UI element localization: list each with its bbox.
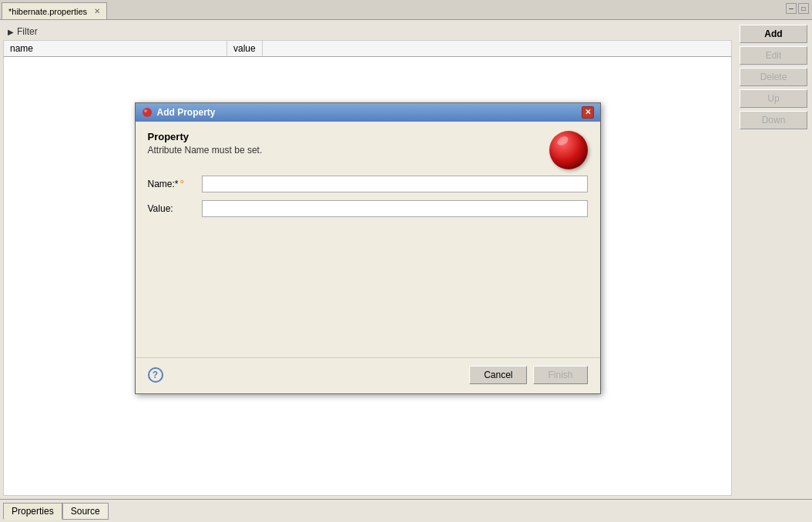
dialog-property-title: Property: [148, 131, 263, 142]
maximize-button[interactable]: □: [798, 3, 809, 14]
dialog-property-info: Property Attribute Name must be set.: [148, 131, 263, 156]
help-icon[interactable]: ?: [148, 367, 163, 383]
tab-source[interactable]: Source: [62, 503, 109, 520]
name-input[interactable]: [202, 176, 588, 192]
dialog-spacer: [148, 225, 588, 348]
svg-point-0: [143, 108, 152, 117]
cancel-button[interactable]: Cancel: [469, 366, 527, 384]
dialog-title-text: Add Property: [157, 107, 216, 118]
edit-button[interactable]: Edit: [740, 46, 807, 65]
filter-label: Filter: [17, 26, 38, 37]
main-layout: ▶ Filter name value: [0, 20, 812, 499]
dialog-buttons: Cancel Finish: [469, 366, 587, 384]
value-label: Value:: [148, 203, 202, 214]
hibernate-properties-tab[interactable]: *hibernate.properties ✕: [2, 2, 107, 19]
tab-properties[interactable]: Properties: [3, 503, 62, 520]
filter-bar[interactable]: ▶ Filter: [3, 23, 732, 40]
name-form-row: Name:* °: [148, 176, 588, 192]
dialog-property-header: Property Attribute Name must be set.: [148, 131, 588, 169]
dialog-body: Property Attribute Name must be set. Nam…: [136, 122, 600, 357]
bottom-tab-bar: Properties Source: [0, 499, 812, 522]
table-header: name value: [3, 40, 732, 57]
tab-properties-label: Properties: [12, 506, 54, 517]
down-button[interactable]: Down: [740, 111, 807, 129]
delete-button[interactable]: Delete: [740, 68, 807, 86]
name-label: Name:* °: [148, 178, 202, 190]
tab-close-icon[interactable]: ✕: [94, 7, 100, 15]
dialog-titlebar-left: Add Property: [142, 107, 216, 118]
add-button[interactable]: Add: [740, 25, 807, 43]
minimize-button[interactable]: ─: [786, 3, 797, 14]
tab-source-label: Source: [71, 506, 100, 517]
column-header-name: name: [4, 41, 227, 56]
filter-arrow-icon: ▶: [8, 28, 14, 36]
svg-point-1: [144, 109, 147, 112]
tab-label: *hibernate.properties: [8, 7, 87, 16]
column-header-value: value: [227, 41, 263, 56]
add-property-dialog: Add Property ✕ Property Attribute Name m…: [135, 102, 601, 394]
window-controls: ─ □: [786, 3, 809, 14]
dialog-titlebar: Add Property ✕: [136, 103, 600, 122]
sidebar: Add Edit Delete Up Down: [735, 20, 812, 499]
dialog-error-message: Attribute Name must be set.: [148, 145, 263, 156]
finish-button[interactable]: Finish: [533, 366, 587, 384]
value-form-row: Value:: [148, 200, 588, 217]
content-area: ▶ Filter name value: [0, 20, 735, 499]
tab-bar: *hibernate.properties ✕ ─ □: [0, 0, 812, 20]
value-input[interactable]: [202, 200, 588, 217]
dialog-title-icon: [142, 107, 153, 118]
dialog-close-button[interactable]: ✕: [582, 106, 594, 119]
up-button[interactable]: Up: [740, 89, 807, 108]
required-indicator: °: [180, 178, 185, 190]
dialog-footer: ? Cancel Finish: [136, 357, 600, 393]
error-sphere-icon: [549, 131, 588, 169]
